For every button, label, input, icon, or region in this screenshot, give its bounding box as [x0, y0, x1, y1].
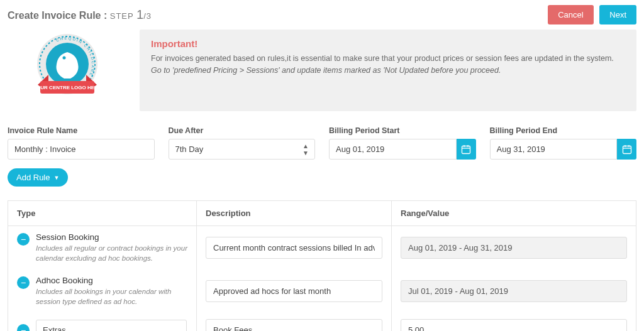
type-subtitle: Includes all regular or contract booking…	[36, 243, 187, 263]
select-due-after-value: 7th Day	[175, 144, 204, 154]
remove-row-button[interactable]: −	[17, 324, 30, 331]
centre-logo: CHEQDIN CHILDCARE SOFTWARE YOUR CENTRE L…	[8, 30, 127, 111]
field-due-after: Due After 7th Day ▲▼	[169, 126, 316, 160]
rules-table: Type Description Range/Value − Session B…	[8, 200, 636, 331]
logo-badge-icon: CHEQDIN CHILDCARE SOFTWARE YOUR CENTRE L…	[20, 30, 114, 111]
input-invoice-rule-name[interactable]	[8, 139, 155, 160]
billing-start-calendar-button[interactable]	[457, 139, 476, 160]
field-billing-start: Billing Period Start	[329, 126, 476, 160]
calendar-icon	[461, 144, 471, 155]
billing-end-calendar-button[interactable]	[617, 139, 636, 160]
table-row: − Session Booking Includes all regular o…	[8, 226, 636, 270]
input-billing-end[interactable]	[490, 139, 618, 160]
input-range	[401, 280, 627, 302]
chevron-down-icon: ▼	[53, 175, 59, 181]
field-billing-end: Billing Period End	[490, 126, 637, 160]
calendar-icon	[622, 144, 632, 155]
svg-rect-7	[462, 146, 470, 153]
step-current: 1	[136, 8, 143, 21]
type-title: Adhoc Booking	[36, 276, 187, 285]
title-prefix: Create Invoice Rule :	[8, 10, 107, 21]
input-description[interactable]	[206, 280, 382, 302]
input-range[interactable]	[401, 319, 627, 331]
input-type[interactable]	[36, 320, 187, 331]
svg-rect-11	[623, 146, 631, 153]
th-type: Type	[8, 201, 197, 226]
input-description[interactable]	[206, 237, 382, 259]
cancel-button[interactable]: Cancel	[548, 5, 593, 24]
th-range: Range/Value	[392, 201, 636, 226]
top-bar: Create Invoice Rule : STEP 1/3 Cancel Ne…	[8, 5, 636, 24]
remove-row-button[interactable]: −	[17, 233, 30, 246]
label-due-after: Due After	[169, 126, 316, 135]
important-heading: Important!	[151, 38, 625, 49]
field-invoice-rule-name: Invoice Rule Name	[8, 126, 155, 160]
hero-row: CHEQDIN CHILDCARE SOFTWARE YOUR CENTRE L…	[8, 30, 636, 111]
label-billing-end: Billing Period End	[490, 126, 637, 135]
important-body-plain: For invoices generated based on rules,it…	[151, 54, 614, 63]
top-actions: Cancel Next	[544, 5, 636, 24]
minus-icon: −	[21, 278, 26, 287]
add-rule-button[interactable]: Add Rule ▼	[8, 168, 68, 187]
type-title: Session Booking	[36, 232, 187, 242]
input-range	[401, 237, 627, 259]
svg-point-3	[63, 57, 66, 60]
input-description[interactable]	[206, 319, 382, 331]
table-row: −	[8, 313, 636, 331]
fields-row: Invoice Rule Name Due After 7th Day ▲▼ B…	[8, 126, 636, 160]
chevron-updown-icon: ▲▼	[303, 143, 309, 156]
add-rule-label: Add Rule	[16, 173, 50, 182]
label-billing-start: Billing Period Start	[329, 126, 476, 135]
step-total: 3	[147, 11, 152, 21]
label-invoice-rule-name: Invoice Rule Name	[8, 126, 155, 135]
next-button[interactable]: Next	[599, 5, 636, 24]
svg-text:YOUR CENTRE LOGO HERE: YOUR CENTRE LOGO HERE	[33, 85, 102, 90]
step-label: STEP	[110, 11, 136, 21]
minus-icon: −	[21, 326, 26, 331]
important-body-italic: Go to 'predefined Pricing > Sessions' an…	[151, 66, 501, 75]
important-body: For invoices generated based on rules,it…	[151, 53, 625, 77]
page-title: Create Invoice Rule : STEP 1/3	[8, 8, 152, 22]
important-box: Important! For invoices generated based …	[140, 30, 636, 111]
select-due-after[interactable]: 7th Day	[169, 139, 316, 160]
table-row: − Adhoc Booking Includes all bookings in…	[8, 269, 636, 313]
remove-row-button[interactable]: −	[17, 276, 30, 289]
minus-icon: −	[21, 235, 26, 244]
input-billing-start[interactable]	[329, 139, 457, 160]
type-subtitle: Includes all bookings in your calendar w…	[36, 286, 187, 307]
th-description: Description	[197, 201, 392, 226]
